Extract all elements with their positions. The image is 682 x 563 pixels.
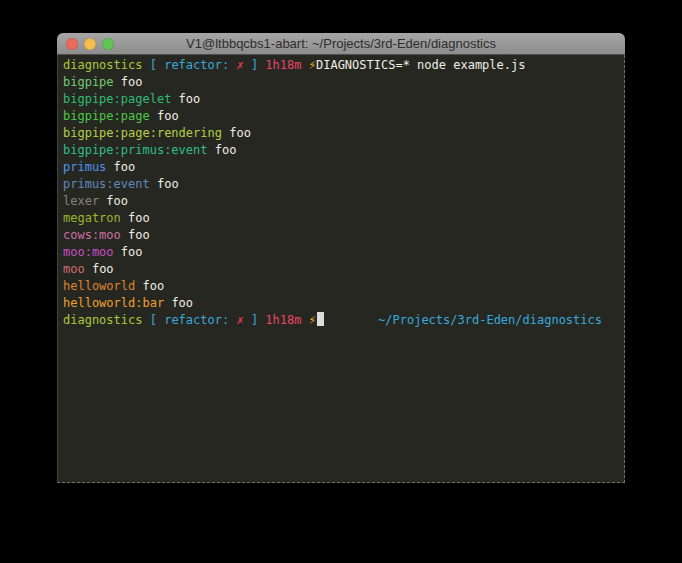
terminal-line: helloworld foo [63, 278, 618, 295]
debug-message: foo [164, 296, 193, 310]
prompt-project-name: diagnostics [63, 58, 142, 72]
debug-namespace: helloworld:bar [63, 296, 164, 310]
terminal-body[interactable]: diagnostics [ refactor: ✗ ] 1h18m ⚡DIAGN… [57, 55, 625, 483]
terminal-line: bigpipe:pagelet foo [63, 91, 618, 108]
debug-message: foo [99, 194, 128, 208]
debug-namespace: bigpipe:pagelet [63, 92, 171, 106]
debug-message: foo [121, 228, 150, 242]
traffic-light-zoom-button[interactable] [102, 38, 114, 50]
debug-message: foo [121, 211, 150, 225]
git-branch: refactor: [164, 58, 229, 72]
terminal-line: cows:moo foo [63, 227, 618, 244]
command-text: DIAGNOSTICS=* node example.js [316, 58, 526, 72]
prompt-bracket: ] [244, 58, 266, 72]
git-dirty-icon: ✗ [236, 313, 243, 327]
prompt-bracket: [ [142, 58, 164, 72]
traffic-light-close-button[interactable] [66, 38, 78, 50]
debug-message: foo [222, 126, 251, 140]
debug-namespace: primus [63, 160, 106, 174]
window-title: V1@ltbbqcbs1-abart: ~/Projects/3rd-Eden/… [57, 36, 625, 51]
git-branch: refactor: [164, 313, 229, 327]
terminal-cursor [317, 312, 324, 326]
terminal-line: moo:moo foo [63, 244, 618, 261]
debug-namespace: bigpipe:primus:event [63, 143, 208, 157]
space [301, 313, 308, 327]
debug-namespace: bigpipe:page:rendering [63, 126, 222, 140]
debug-message: foo [135, 279, 164, 293]
traffic-lights [66, 33, 114, 55]
terminal-line: bigpipe:primus:event foo [63, 142, 618, 159]
prompt-duration: 1h18m [265, 58, 301, 72]
debug-namespace: bigpipe:page [63, 109, 150, 123]
terminal-line: bigpipe foo [63, 74, 618, 91]
debug-namespace: primus:event [63, 177, 150, 191]
titlebar[interactable]: V1@ltbbqcbs1-abart: ~/Projects/3rd-Eden/… [57, 33, 625, 55]
prompt-bracket: [ [142, 313, 164, 327]
terminal-line: primus foo [63, 159, 618, 176]
debug-namespace: bigpipe [63, 75, 114, 89]
terminal-line: lexer foo [63, 193, 618, 210]
prompt-bracket: ] [244, 313, 266, 327]
terminal-line: diagnostics [ refactor: ✗ ] 1h18m ⚡DIAGN… [63, 57, 618, 74]
debug-message: foo [150, 109, 179, 123]
git-dirty-icon: ✗ [236, 58, 243, 72]
traffic-light-minimize-button[interactable] [84, 38, 96, 50]
debug-message: foo [114, 75, 143, 89]
terminal-line: helloworld:bar foo [63, 295, 618, 312]
debug-namespace: helloworld [63, 279, 135, 293]
lightning-bolt-icon: ⚡ [309, 313, 316, 327]
terminal-line: bigpipe:page:rendering foo [63, 125, 618, 142]
debug-message: foo [171, 92, 200, 106]
debug-namespace: lexer [63, 194, 99, 208]
debug-namespace: cows:moo [63, 228, 121, 242]
terminal-window: V1@ltbbqcbs1-abart: ~/Projects/3rd-Eden/… [57, 33, 625, 483]
debug-namespace: moo:moo [63, 245, 114, 259]
debug-message: foo [85, 262, 114, 276]
space [301, 58, 308, 72]
debug-message: foo [208, 143, 237, 157]
terminal-line: primus:event foo [63, 176, 618, 193]
debug-namespace: moo [63, 262, 85, 276]
terminal-line: moo foo [63, 261, 618, 278]
debug-message: foo [106, 160, 135, 174]
debug-message: foo [150, 177, 179, 191]
prompt-duration: 1h18m [265, 313, 301, 327]
lightning-bolt-icon: ⚡ [309, 58, 316, 72]
cwd-path: ~/Projects/3rd-Eden/diagnostics [378, 312, 602, 329]
terminal-line: diagnostics [ refactor: ✗ ] 1h18m ⚡~/Pro… [63, 312, 618, 329]
debug-message: foo [114, 245, 143, 259]
terminal-line: megatron foo [63, 210, 618, 227]
prompt-project-name: diagnostics [63, 313, 142, 327]
debug-namespace: megatron [63, 211, 121, 225]
terminal-line: bigpipe:page foo [63, 108, 618, 125]
